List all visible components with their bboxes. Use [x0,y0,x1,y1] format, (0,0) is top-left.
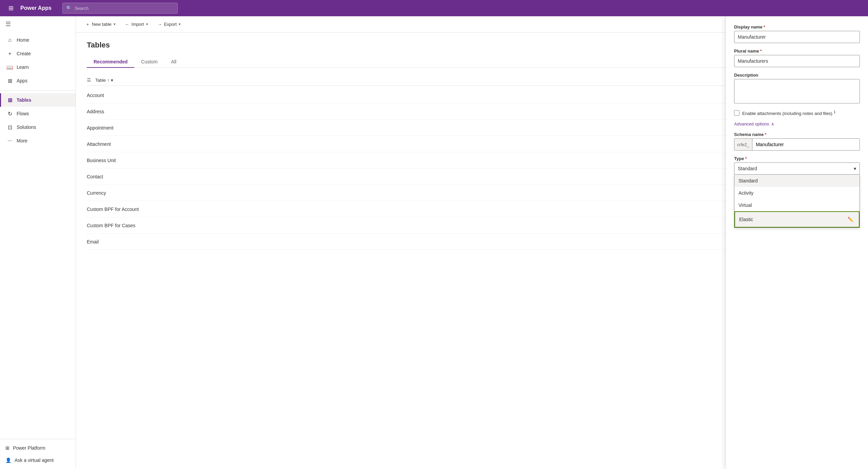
type-dropdown-list: Standard Activity Virtual Elastic ✏️ [734,175,860,228]
home-icon: ⌂ [6,37,13,43]
waffle-icon[interactable]: ⊞ [5,3,16,14]
sidebar-item-label: More [17,138,27,143]
sidebar-bottom-label: Ask a virtual agent [15,457,54,463]
dropdown-item-elastic[interactable]: Elastic ✏️ [734,211,860,228]
sidebar-item-label: Home [17,37,29,43]
agent-icon: 👤 [5,457,11,463]
main-layout: ☰ ⌂ Home ＋ Create 📖 Learn ⊞ Apps [0,16,868,469]
schema-name-group: Schema name * crfe2_ [734,132,860,151]
sidebar-collapse-button[interactable]: ☰ [0,16,76,32]
attachments-superscript: 1 [834,110,836,114]
description-group: Description [734,73,860,104]
sidebar-item-label: Flows [17,111,29,116]
export-button[interactable]: → Export ▾ [154,20,185,29]
sidebar-item-apps[interactable]: ⊞ Apps [0,74,76,87]
import-button[interactable]: ← Import ▾ [121,20,152,29]
tab-all[interactable]: All [164,56,183,68]
new-table-button[interactable]: ＋ New table ▾ [81,19,120,30]
dropdown-item-activity[interactable]: Activity [734,187,860,199]
edit-icon[interactable]: ✏️ [846,215,855,223]
import-icon: ← [125,22,130,27]
learn-icon: 📖 [6,64,13,71]
schema-prefix: crfe2_ [734,139,752,150]
advanced-options-toggle[interactable]: Advanced options ∧ [734,121,774,126]
required-marker-plural: * [760,48,762,54]
sidebar-item-solutions[interactable]: ⊡ Solutions [0,120,76,134]
export-icon: → [158,22,162,27]
column-label: Table [95,78,106,83]
sidebar-item-label: Apps [17,78,27,83]
solutions-icon: ⊡ [6,124,13,131]
sort-chevron: ▾ [111,78,113,83]
display-name-label: Display name * [734,24,860,30]
schema-input-wrapper: crfe2_ [734,138,860,151]
new-table-chevron: ▾ [114,22,116,26]
apps-icon: ⊞ [6,77,13,84]
sidebar-item-flows[interactable]: ↻ Flows [0,107,76,120]
app-title: Power Apps [20,5,52,11]
required-marker-schema: * [765,132,766,137]
new-table-panel: Display name * Plural name * D [726,16,868,469]
search-bar[interactable]: 🔍 [62,3,178,14]
plural-name-label: Plural name * [734,48,860,54]
chevron-down-icon: ▾ [854,166,856,171]
sidebar-item-tables[interactable]: ⊞ Tables [0,93,76,107]
more-icon: ··· [6,137,13,144]
sidebar-item-learn[interactable]: 📖 Learn [0,60,76,74]
create-icon: ＋ [6,50,13,57]
required-marker-type: * [745,156,747,161]
type-select-wrapper: Standard ▾ Standard Activity Virtual [734,162,860,175]
import-chevron: ▾ [146,22,148,26]
chevron-up-icon: ∧ [771,121,774,126]
sidebar: ☰ ⌂ Home ＋ Create 📖 Learn ⊞ Apps [0,16,76,469]
type-selected-value: Standard [738,166,757,171]
sidebar-divider [0,90,76,91]
description-input[interactable] [734,79,860,103]
sidebar-item-label: Solutions [17,124,36,130]
type-label: Type * [734,156,860,161]
sidebar-item-label: Tables [17,97,31,103]
sidebar-nav: ⌂ Home ＋ Create 📖 Learn ⊞ Apps ⊞ [0,32,76,439]
attachments-label: Enable attachments (including notes and … [742,110,836,116]
sidebar-item-home[interactable]: ⌂ Home [0,33,76,47]
sidebar-bottom-label: Power Platform [13,445,45,451]
sort-icon: ↑ [107,78,110,83]
app-container: ⊞ Power Apps 🔍 ☰ ⌂ Home ＋ Create 📖 L [0,0,868,469]
plural-name-input[interactable] [734,55,860,67]
plus-icon: ＋ [85,21,90,27]
display-name-input[interactable] [734,31,860,43]
sidebar-bottom: ⊞ Power Platform 👤 Ask a virtual agent [0,439,76,469]
flows-icon: ↻ [6,110,13,117]
export-chevron: ▾ [179,22,181,26]
plural-name-group: Plural name * [734,48,860,67]
dropdown-item-virtual[interactable]: Virtual [734,199,860,211]
sidebar-item-label: Learn [17,64,29,70]
tab-recommended[interactable]: Recommended [87,56,134,68]
filter-icon[interactable]: ☰ [87,77,91,83]
sidebar-item-create[interactable]: ＋ Create [0,47,76,60]
content-area: ＋ New table ▾ ← Import ▾ → Export ▾ Tabl… [76,16,868,469]
tab-custom[interactable]: Custom [134,56,164,68]
sidebar-item-label: Create [17,51,31,56]
search-input[interactable] [75,6,174,11]
top-bar: ⊞ Power Apps 🔍 [0,0,868,16]
attachments-row: Enable attachments (including notes and … [734,110,860,116]
table-sort-button[interactable]: Table ↑ ▾ [95,78,113,83]
schema-name-label: Schema name * [734,132,860,137]
type-select-display[interactable]: Standard ▾ [734,162,860,175]
power-platform-icon: ⊞ [5,445,9,451]
dropdown-item-standard[interactable]: Standard [734,175,860,187]
type-group: Type * Standard ▾ Standard [734,156,860,175]
sidebar-item-more[interactable]: ··· More [0,134,76,148]
search-icon: 🔍 [66,5,72,11]
required-marker: * [764,24,765,30]
attachments-checkbox[interactable] [734,110,739,116]
description-label: Description [734,73,860,78]
tables-icon: ⊞ [6,97,13,103]
display-name-group: Display name * [734,24,860,43]
sidebar-item-power-platform[interactable]: ⊞ Power Platform [0,442,76,454]
schema-name-input[interactable] [752,139,860,150]
sidebar-item-ask-agent[interactable]: 👤 Ask a virtual agent [0,454,76,466]
